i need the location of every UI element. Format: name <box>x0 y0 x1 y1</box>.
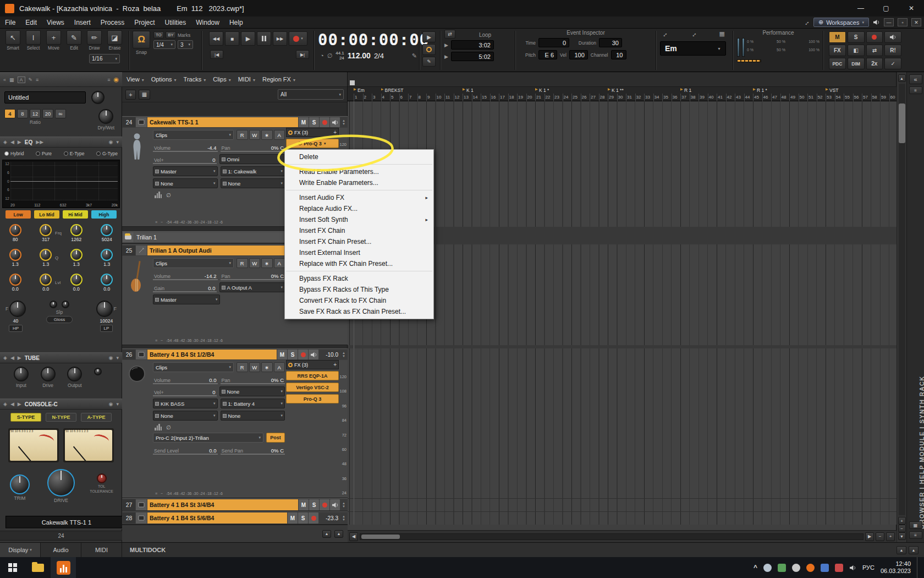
tube-module-header[interactable]: ◈ ◀ ▶ TUBE ◉ ▾ <box>0 352 122 363</box>
track-number[interactable]: 28 <box>123 512 135 524</box>
automation-write-button[interactable]: W <box>249 130 261 140</box>
select-tool-icon[interactable]: I <box>26 30 41 45</box>
erase-tool[interactable]: ◪Erase <box>105 30 124 51</box>
sync-button[interactable]: ◧ <box>848 45 865 56</box>
scroll-right-button[interactable]: ▶ <box>865 532 874 541</box>
expand-button[interactable]: ▲▼ <box>340 350 347 359</box>
tray-icon-cloud[interactable] <box>763 564 772 572</box>
track-filter-dropdown[interactable]: All▾ <box>278 89 344 100</box>
tube-input-knob[interactable] <box>14 367 29 381</box>
edit-tool-icon[interactable]: ✎ <box>67 30 81 45</box>
tray-icon-app2[interactable] <box>821 564 829 572</box>
pan-slider[interactable]: Pan0% C <box>221 374 285 384</box>
automation-write-button[interactable]: W <box>249 362 261 372</box>
menu-item[interactable]: Save FX Rack as FX Chain Preset... <box>285 306 433 317</box>
inspector-vel-value[interactable]: 100 <box>569 50 588 59</box>
zoom-in-tool-icon[interactable]: ↔ <box>659 29 669 39</box>
timeline-marker[interactable]: K 1 <box>463 88 474 93</box>
edit-icon[interactable]: ✎ <box>29 77 33 83</box>
menu-window[interactable]: Window <box>191 19 224 26</box>
preset-box[interactable]: Untitled <box>4 91 86 103</box>
record-arm-button[interactable] <box>298 350 308 359</box>
workspaces-dropdown[interactable]: ⊕ Workspaces ▾ <box>813 18 869 27</box>
snap-toggle-button[interactable]: Ω <box>133 31 150 48</box>
meter-options-icon[interactable] <box>155 192 162 198</box>
global-solo-button[interactable]: S <box>848 31 865 43</box>
console-power-icon[interactable]: ◉ <box>109 401 113 407</box>
tray-icon-bandlab[interactable] <box>806 564 815 572</box>
eq-type-hybrid[interactable]: Hybrid <box>4 151 24 156</box>
volume-icon[interactable] <box>849 565 856 571</box>
global-monitor-button[interactable] <box>884 31 901 43</box>
timeline-marker[interactable]: R 1 * <box>753 88 767 93</box>
start-button[interactable] <box>0 557 25 578</box>
expand-button[interactable]: ▲▼ <box>340 512 347 524</box>
loop-end-time[interactable]: 5:02 <box>451 52 494 61</box>
hscroll-thumb[interactable] <box>361 535 400 539</box>
solo-button[interactable]: S <box>309 117 319 127</box>
mdi-restore-button[interactable]: ▫ <box>898 18 908 26</box>
global-mute-button[interactable]: M <box>829 31 846 43</box>
reset-button[interactable]: R! <box>884 45 901 56</box>
menu-item[interactable]: Write Enable Parameters... <box>285 177 433 188</box>
velocity-offset-slider[interactable]: Vel+0 <box>153 386 217 396</box>
automation-snapshot-button[interactable]: ∗ <box>261 362 273 372</box>
play-engage-button[interactable]: ▶ <box>422 31 436 42</box>
eq-q-knob[interactable] <box>40 249 52 261</box>
fx-rack-header[interactable]: FX (3)+ <box>286 128 339 137</box>
track-manager-button[interactable]: ▦ <box>139 90 150 100</box>
console-s-type-button[interactable]: S-TYPE <box>10 413 41 422</box>
menu-views[interactable]: Views <box>42 19 69 26</box>
loop-start-time[interactable]: 3:02 <box>451 40 494 50</box>
automation-arm-button[interactable]: A <box>274 362 285 372</box>
menu-insert[interactable]: Insert <box>69 19 96 26</box>
inspector-channel-value[interactable]: 10 <box>611 50 626 59</box>
tempo-display[interactable]: 112.00 <box>348 51 371 60</box>
global-record-button[interactable] <box>866 31 883 43</box>
exchange-button[interactable]: ⇄ <box>866 45 883 56</box>
record-engage-button[interactable] <box>422 44 436 55</box>
menu-help[interactable]: Help <box>224 19 248 26</box>
metronome-icon[interactable]: ◔ <box>320 52 324 59</box>
add-track-button[interactable]: + <box>125 90 136 100</box>
volume-slider[interactable]: Volume0.0 <box>153 374 218 384</box>
close-button[interactable]: ✕ <box>899 0 924 17</box>
eq-band-button[interactable]: Lo Mid <box>34 210 59 219</box>
timeline-marker[interactable]: BREKST <box>381 88 404 93</box>
speed-button[interactable]: 2x <box>866 58 883 69</box>
inspector-time-value[interactable]: 0 <box>538 38 569 47</box>
go-to-start-button[interactable]: |◀ <box>210 50 223 59</box>
send-fx-dropdown[interactable]: Pro-C 2(Input 2)-Trilian▾ <box>153 433 263 443</box>
automation-read-button[interactable]: R <box>237 130 248 140</box>
track-number[interactable]: 24 <box>123 117 135 127</box>
hp-freq-knob[interactable] <box>9 301 26 317</box>
fx-plugin-chip[interactable]: RRS EQP-1A <box>286 371 339 380</box>
tube-power-icon[interactable]: ◉ <box>109 355 113 361</box>
input-dropdown[interactable]: None▾ <box>219 386 285 396</box>
scroll-left-button[interactable]: ◀ <box>349 532 358 541</box>
tube-output-knob[interactable] <box>67 367 82 381</box>
phase-icon[interactable]: ∅ <box>166 193 171 198</box>
console-module-header[interactable]: ◈ ◀ ▶ CONSOLE-C ◉ ▾ <box>0 399 122 410</box>
inspector-duration-value[interactable]: 30 <box>599 38 622 47</box>
pan-slider[interactable]: Pan0% C <box>221 142 285 152</box>
eq-q-knob[interactable] <box>9 249 21 261</box>
automation-arm-button[interactable]: A <box>274 130 285 140</box>
trim-knob[interactable] <box>10 475 30 494</box>
menu-item[interactable]: Insert Soft Synth▸ <box>285 214 433 225</box>
eq-power-icon[interactable]: ◉ <box>109 139 113 145</box>
track-name[interactable]: Battery 4 1 B4 St 5/6/B4 <box>147 512 287 524</box>
eq-bars-icon[interactable]: ≡ <box>36 77 38 83</box>
draw-tool[interactable]: ✏Draw <box>85 30 104 51</box>
time-ruler[interactable]: EmBREKSTK 1K 1 *K 1 **R 1R 1 *VST 123456… <box>348 87 897 101</box>
track-number[interactable]: 25 <box>123 246 135 255</box>
eq-freq-knob[interactable] <box>70 224 82 236</box>
dock-list-button[interactable]: ≡ <box>909 531 922 539</box>
eq-q-knob[interactable] <box>101 249 113 261</box>
vzoom-in-button[interactable]: + <box>898 517 906 525</box>
speaker-icon[interactable] <box>873 19 880 25</box>
eq-graph[interactable]: 1260612 201126323k720k <box>2 160 120 208</box>
solo-button[interactable]: S <box>309 499 319 510</box>
key-dropdown[interactable]: Em ▼ <box>660 41 726 56</box>
eq-q-knob[interactable] <box>70 249 82 261</box>
